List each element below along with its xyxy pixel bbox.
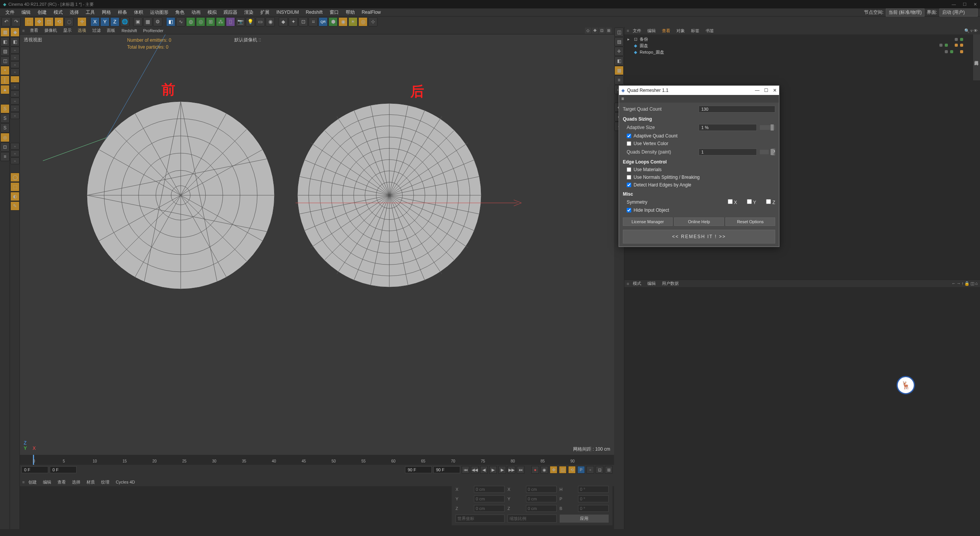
spline-icon[interactable]: ∿ (176, 17, 185, 26)
qr-sym-z-check[interactable]: Z (766, 199, 775, 205)
move-tool-icon[interactable]: ✥ (34, 17, 44, 26)
qr-adaptive-field[interactable] (699, 124, 757, 131)
qr-density-slider[interactable] (760, 150, 769, 154)
menu-insydium[interactable]: INSYDIUM (273, 9, 302, 16)
redo-icon[interactable]: ↷ (11, 17, 21, 26)
time-current-field[interactable] (50, 466, 77, 473)
hamburger-icon[interactable]: ≡ (621, 96, 624, 101)
menu-tracker[interactable]: 跟踪器 (220, 8, 240, 16)
menu-mode[interactable]: 模式 (51, 8, 66, 16)
size-y-field[interactable]: 0 cm (526, 495, 557, 502)
time-end2-field[interactable] (433, 466, 460, 473)
timeline-opt1-icon[interactable]: ⊡ (596, 466, 603, 474)
obj-menu-tags[interactable]: 标签 (689, 27, 702, 34)
palette-14-icon[interactable]: ▫ (10, 150, 20, 157)
qr-icon[interactable]: QR (318, 17, 328, 26)
mat-edit[interactable]: 编辑 (41, 479, 54, 486)
undo-icon[interactable]: ↶ (2, 17, 11, 26)
rot-h-field[interactable]: 0 ° (578, 486, 609, 493)
x-axis-icon[interactable]: X (90, 17, 100, 26)
palette-15-icon[interactable]: ▫ (10, 157, 20, 164)
record-icon[interactable]: ● (531, 466, 539, 474)
snap2-icon[interactable]: ⊡ (0, 142, 10, 152)
pos-x-field[interactable]: 0 cm (474, 486, 505, 493)
viewport-nav-3-icon[interactable]: ⊡ (599, 28, 605, 34)
view-menu-redshift[interactable]: Redshift (119, 28, 139, 34)
qr-hideinput-check[interactable]: Hide Input Object (623, 208, 775, 213)
vr-1-icon[interactable]: ◫ (614, 28, 624, 37)
workplane-icon[interactable]: ◫ (0, 56, 10, 65)
rotate-icon[interactable]: ⬚ (10, 182, 20, 191)
next-frame-icon[interactable]: ▶ (498, 466, 506, 474)
select-tool-icon[interactable]: ⬚ (24, 17, 34, 26)
qr-minimize-icon[interactable]: — (755, 88, 760, 93)
deformer-icon[interactable]: ⌷ (226, 17, 235, 26)
prev-frame-icon[interactable]: ◀ (480, 466, 488, 474)
time-start-field[interactable] (21, 466, 48, 473)
render-view-icon[interactable]: ▣ (133, 17, 142, 26)
viewport-nav-4-icon[interactable]: ⊞ (606, 28, 612, 34)
qr-adaptive-count-check[interactable]: Adaptive Quad Count (623, 133, 775, 139)
menu-spline[interactable]: 样条 (115, 8, 130, 16)
attr-up-icon[interactable]: ↑ (962, 281, 964, 286)
obj-search-icon[interactable]: 🔍 (964, 28, 970, 33)
next-key-icon[interactable]: ▶▶ (508, 466, 515, 474)
palette-11-icon[interactable]: ▫ (10, 105, 20, 112)
menu-ext[interactable]: 扩展 (257, 8, 273, 16)
move-icon[interactable]: ◯ (10, 173, 20, 182)
qr-hardedge-check[interactable]: Detect Hard Edges by Angle (623, 182, 775, 188)
view-menu-panel[interactable]: 面板 (105, 27, 118, 34)
palette-6-icon[interactable]: ▫ (10, 69, 20, 75)
prev-key-icon[interactable]: ◀◀ (471, 466, 479, 474)
obj-menu-object[interactable]: 对象 (674, 27, 687, 34)
scale-icon[interactable]: ◐ (10, 192, 20, 201)
key-param-icon[interactable]: P (577, 466, 585, 474)
viewport[interactable]: 透视视图 Number of emitters: 0 Total live pa… (20, 34, 614, 455)
qr-materials-check[interactable]: Use Materials (623, 167, 775, 172)
key-pla-icon[interactable]: ▫ (586, 466, 594, 474)
maximize-icon[interactable]: ☐ (963, 2, 967, 7)
vr-3-icon[interactable]: ✛ (614, 47, 624, 56)
palette-13-icon[interactable]: ▫ (10, 143, 20, 150)
palette-9-icon[interactable]: ▫ (10, 90, 20, 97)
key-rot-icon[interactable]: ⟲ (568, 466, 576, 474)
snap-icon[interactable]: ◎ (0, 133, 10, 142)
attr-mode[interactable]: 模式 (630, 280, 644, 287)
attr-userdata[interactable]: 用户数据 (660, 280, 681, 287)
time-end-field[interactable] (405, 466, 432, 473)
y-axis-icon[interactable]: Y (100, 17, 109, 26)
s2-icon[interactable]: S (0, 114, 10, 123)
tool-7-icon[interactable]: ☀ (348, 17, 358, 26)
obj-menu-edit[interactable]: 编辑 (645, 27, 658, 34)
model-mode-icon[interactable]: ▦ (0, 28, 10, 37)
goto-end-icon[interactable]: ⏭ (517, 466, 524, 474)
timeline-opt2-icon[interactable]: ⊞ (605, 466, 612, 474)
attr-lock-icon[interactable]: 🔒 (964, 281, 970, 286)
obj-menu-file[interactable]: 文件 (630, 27, 644, 34)
menu-create[interactable]: 创建 (34, 8, 50, 16)
menu-edit[interactable]: 编辑 (18, 8, 34, 16)
qr-sym-y-check[interactable]: Y (747, 199, 756, 205)
generator-icon[interactable]: ◍ (186, 17, 195, 26)
tree-row-disc[interactable]: ◆ 圆盘 (626, 42, 978, 49)
palette-3-icon[interactable]: ▫ (10, 47, 20, 54)
qr-maximize-icon[interactable]: ☐ (764, 88, 768, 93)
attribute-manager-body[interactable] (624, 287, 980, 536)
qr-vertex-color-check[interactable]: Use Vertex Color (623, 141, 775, 146)
s1-icon[interactable]: S (0, 104, 10, 113)
cube-primitive-icon[interactable]: ◧ (166, 17, 175, 26)
palette-2-icon[interactable]: ◧ (10, 37, 20, 46)
s3-icon[interactable]: S (0, 123, 10, 132)
nodespace-combo[interactable]: 当前 (标准/物理) (886, 8, 924, 16)
vr-4-icon[interactable]: ◧ (614, 56, 624, 65)
attr-fwd-icon[interactable]: → (957, 281, 961, 286)
palette-4-icon[interactable]: ▫ (10, 54, 20, 61)
palette-12-icon[interactable]: ▫ (10, 112, 20, 119)
mat-texture[interactable]: 纹理 (99, 479, 112, 486)
world-axis-icon[interactable]: 🌐 (120, 17, 129, 26)
floor-icon[interactable]: ▭ (256, 17, 265, 26)
tool-9-icon[interactable]: ⊹ (368, 17, 377, 26)
vr-5-icon[interactable]: ▦ (614, 66, 624, 75)
viewport-nav-2-icon[interactable]: ✥ (592, 28, 598, 34)
qr-remesh-button[interactable]: << REMESH IT ! >> (623, 230, 775, 243)
